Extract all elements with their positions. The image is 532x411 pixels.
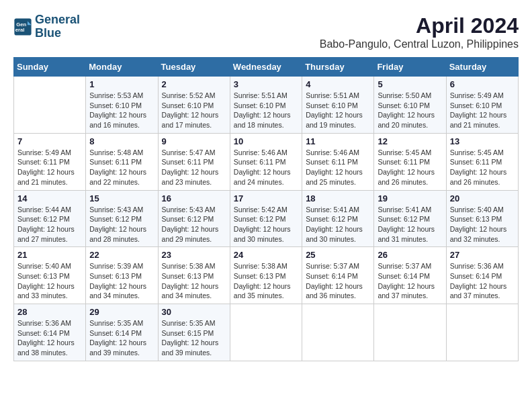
day-info: Sunrise: 5:41 AMSunset: 6:12 PMDaylight:… — [306, 205, 370, 244]
calendar-cell: 15Sunrise: 5:43 AMSunset: 6:12 PMDayligh… — [86, 190, 158, 247]
title-block: April 2024 Babo-Pangulo, Central Luzon, … — [320, 13, 519, 50]
day-number: 19 — [378, 193, 442, 203]
header-tuesday: Tuesday — [158, 58, 230, 77]
week-row-4: 21Sunrise: 5:40 AMSunset: 6:13 PMDayligh… — [14, 247, 519, 304]
calendar-cell: 23Sunrise: 5:38 AMSunset: 6:13 PMDayligh… — [158, 247, 230, 304]
day-number: 20 — [450, 193, 515, 203]
calendar-cell — [14, 77, 86, 134]
calendar-cell: 9Sunrise: 5:47 AMSunset: 6:11 PMDaylight… — [158, 133, 230, 190]
calendar-cell: 3Sunrise: 5:51 AMSunset: 6:10 PMDaylight… — [230, 77, 302, 134]
calendar-cell: 24Sunrise: 5:38 AMSunset: 6:13 PMDayligh… — [230, 247, 302, 304]
day-info: Sunrise: 5:40 AMSunset: 6:13 PMDaylight:… — [450, 205, 515, 244]
day-number: 4 — [306, 79, 370, 89]
calendar-cell — [302, 304, 374, 361]
day-info: Sunrise: 5:39 AMSunset: 6:13 PMDaylight:… — [89, 261, 154, 301]
day-info: Sunrise: 5:43 AMSunset: 6:12 PMDaylight:… — [162, 205, 226, 244]
day-number: 3 — [234, 79, 298, 89]
day-number: 11 — [306, 136, 370, 146]
calendar-cell: 17Sunrise: 5:42 AMSunset: 6:12 PMDayligh… — [230, 190, 302, 247]
day-info: Sunrise: 5:46 AMSunset: 6:11 PMDaylight:… — [306, 148, 370, 187]
day-number: 21 — [17, 250, 82, 260]
day-info: Sunrise: 5:42 AMSunset: 6:12 PMDaylight:… — [234, 205, 298, 244]
calendar-cell: 18Sunrise: 5:41 AMSunset: 6:12 PMDayligh… — [302, 190, 374, 247]
day-number: 9 — [162, 136, 226, 146]
calendar-cell: 28Sunrise: 5:36 AMSunset: 6:14 PMDayligh… — [14, 304, 86, 361]
calendar-cell: 1Sunrise: 5:53 AMSunset: 6:10 PMDaylight… — [86, 77, 158, 134]
day-info: Sunrise: 5:36 AMSunset: 6:14 PMDaylight:… — [450, 261, 515, 301]
week-row-5: 28Sunrise: 5:36 AMSunset: 6:14 PMDayligh… — [14, 304, 519, 361]
day-info: Sunrise: 5:50 AMSunset: 6:10 PMDaylight:… — [378, 91, 442, 130]
day-info: Sunrise: 5:37 AMSunset: 6:14 PMDaylight:… — [306, 261, 370, 301]
calendar-title: April 2024 — [320, 13, 519, 38]
week-row-3: 14Sunrise: 5:44 AMSunset: 6:12 PMDayligh… — [14, 190, 519, 247]
day-number: 17 — [234, 193, 298, 203]
day-number: 30 — [162, 307, 226, 317]
logo: Gen eral General Blue — [13, 13, 80, 40]
calendar-cell: 26Sunrise: 5:37 AMSunset: 6:14 PMDayligh… — [374, 247, 446, 304]
day-info: Sunrise: 5:48 AMSunset: 6:11 PMDaylight:… — [89, 148, 154, 187]
calendar-cell: 11Sunrise: 5:46 AMSunset: 6:11 PMDayligh… — [302, 133, 374, 190]
calendar-cell: 10Sunrise: 5:46 AMSunset: 6:11 PMDayligh… — [230, 133, 302, 190]
svg-text:Gen: Gen — [16, 21, 26, 27]
calendar-cell: 7Sunrise: 5:49 AMSunset: 6:11 PMDaylight… — [14, 133, 86, 190]
week-row-2: 7Sunrise: 5:49 AMSunset: 6:11 PMDaylight… — [14, 133, 519, 190]
calendar-cell: 13Sunrise: 5:45 AMSunset: 6:11 PMDayligh… — [446, 133, 518, 190]
day-number: 13 — [450, 136, 515, 146]
day-info: Sunrise: 5:46 AMSunset: 6:11 PMDaylight:… — [234, 148, 298, 187]
day-info: Sunrise: 5:41 AMSunset: 6:12 PMDaylight:… — [378, 205, 442, 244]
day-number: 12 — [378, 136, 442, 146]
day-number: 2 — [162, 79, 226, 89]
calendar-cell: 16Sunrise: 5:43 AMSunset: 6:12 PMDayligh… — [158, 190, 230, 247]
day-number: 8 — [89, 136, 154, 146]
day-number: 29 — [89, 307, 154, 317]
day-info: Sunrise: 5:51 AMSunset: 6:10 PMDaylight:… — [234, 91, 298, 130]
day-info: Sunrise: 5:45 AMSunset: 6:11 PMDaylight:… — [378, 148, 442, 187]
calendar-cell: 5Sunrise: 5:50 AMSunset: 6:10 PMDaylight… — [374, 77, 446, 134]
calendar-cell: 12Sunrise: 5:45 AMSunset: 6:11 PMDayligh… — [374, 133, 446, 190]
day-info: Sunrise: 5:45 AMSunset: 6:11 PMDaylight:… — [450, 148, 515, 187]
calendar-cell: 8Sunrise: 5:48 AMSunset: 6:11 PMDaylight… — [86, 133, 158, 190]
day-number: 25 — [306, 250, 370, 260]
calendar-subtitle: Babo-Pangulo, Central Luzon, Philippines — [320, 38, 519, 50]
header-monday: Monday — [86, 58, 158, 77]
calendar-cell: 30Sunrise: 5:35 AMSunset: 6:15 PMDayligh… — [158, 304, 230, 361]
calendar-cell — [374, 304, 446, 361]
calendar-cell: 4Sunrise: 5:51 AMSunset: 6:10 PMDaylight… — [302, 77, 374, 134]
day-info: Sunrise: 5:35 AMSunset: 6:15 PMDaylight:… — [162, 318, 226, 358]
day-number: 5 — [378, 79, 442, 89]
day-info: Sunrise: 5:40 AMSunset: 6:13 PMDaylight:… — [17, 261, 82, 301]
day-info: Sunrise: 5:53 AMSunset: 6:10 PMDaylight:… — [89, 91, 154, 130]
calendar-cell: 29Sunrise: 5:35 AMSunset: 6:14 PMDayligh… — [86, 304, 158, 361]
day-info: Sunrise: 5:49 AMSunset: 6:10 PMDaylight:… — [450, 91, 515, 130]
header-friday: Friday — [374, 58, 446, 77]
calendar-cell: 6Sunrise: 5:49 AMSunset: 6:10 PMDaylight… — [446, 77, 518, 134]
day-number: 14 — [17, 193, 82, 203]
logo-line1: General — [35, 13, 80, 26]
day-number: 16 — [162, 193, 226, 203]
day-info: Sunrise: 5:47 AMSunset: 6:11 PMDaylight:… — [162, 148, 226, 187]
day-number: 1 — [89, 79, 154, 89]
header-saturday: Saturday — [446, 58, 518, 77]
logo-icon: Gen eral — [13, 17, 32, 36]
day-info: Sunrise: 5:44 AMSunset: 6:12 PMDaylight:… — [17, 205, 82, 244]
day-info: Sunrise: 5:35 AMSunset: 6:14 PMDaylight:… — [89, 318, 154, 358]
day-info: Sunrise: 5:36 AMSunset: 6:14 PMDaylight:… — [17, 318, 82, 358]
day-info: Sunrise: 5:51 AMSunset: 6:10 PMDaylight:… — [306, 91, 370, 130]
calendar-cell: 19Sunrise: 5:41 AMSunset: 6:12 PMDayligh… — [374, 190, 446, 247]
day-number: 6 — [450, 79, 515, 89]
header-wednesday: Wednesday — [230, 58, 302, 77]
day-number: 22 — [89, 250, 154, 260]
day-info: Sunrise: 5:52 AMSunset: 6:10 PMDaylight:… — [162, 91, 226, 130]
day-number: 18 — [306, 193, 370, 203]
day-number: 24 — [234, 250, 298, 260]
calendar-cell: 25Sunrise: 5:37 AMSunset: 6:14 PMDayligh… — [302, 247, 374, 304]
calendar-cell — [446, 304, 518, 361]
day-number: 27 — [450, 250, 515, 260]
day-number: 28 — [17, 307, 82, 317]
calendar-table: SundayMondayTuesdayWednesdayThursdayFrid… — [13, 57, 519, 361]
day-number: 26 — [378, 250, 442, 260]
calendar-cell: 20Sunrise: 5:40 AMSunset: 6:13 PMDayligh… — [446, 190, 518, 247]
day-info: Sunrise: 5:49 AMSunset: 6:11 PMDaylight:… — [17, 148, 82, 187]
day-number: 7 — [17, 136, 82, 146]
calendar-cell: 21Sunrise: 5:40 AMSunset: 6:13 PMDayligh… — [14, 247, 86, 304]
